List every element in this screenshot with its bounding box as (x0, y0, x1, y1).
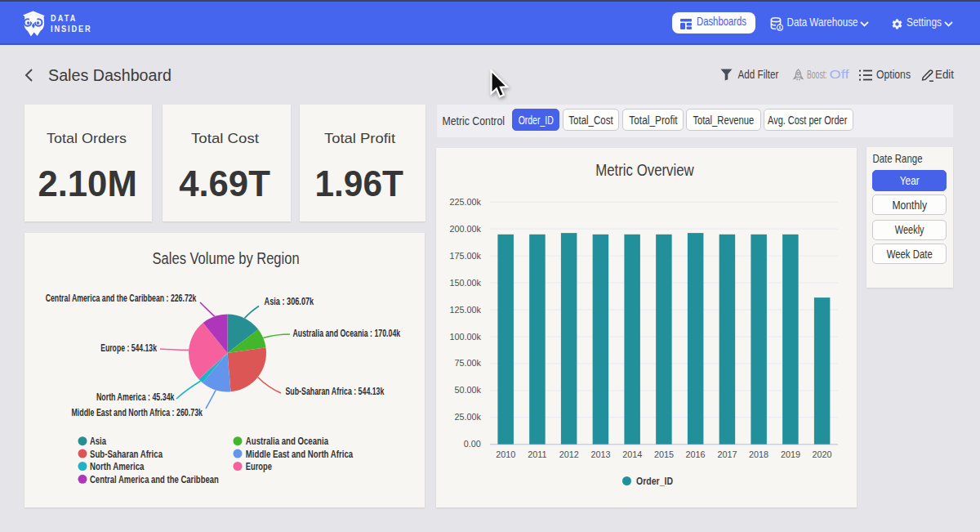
svg-text:Weekly: Weekly (895, 223, 924, 236)
svg-text:Boost:: Boost: (807, 68, 827, 81)
svg-text:Settings: Settings (906, 16, 942, 29)
svg-text:Total Cost: Total Cost (191, 131, 259, 146)
svg-text:Date Range: Date Range (873, 152, 923, 165)
svg-text:Week Date: Week Date (887, 248, 933, 261)
svg-text:Total Profit: Total Profit (324, 131, 395, 146)
svg-text:2.10M: 2.10M (38, 164, 136, 203)
svg-text:Order_ID: Order_ID (519, 114, 554, 127)
svg-text:Total_Revenue: Total_Revenue (693, 114, 754, 127)
svg-text:Total_Cost: Total_Cost (568, 114, 613, 127)
svg-text:Data Warehouse: Data Warehouse (787, 16, 858, 29)
svg-text:Avg. Cost per Order: Avg. Cost per Order (768, 114, 848, 127)
svg-text:4.69T: 4.69T (179, 164, 270, 203)
svg-text:Sales Dashboard: Sales Dashboard (48, 65, 172, 84)
svg-text:Total Orders: Total Orders (47, 131, 127, 146)
svg-text:Options: Options (876, 68, 911, 81)
svg-text:Dashboards: Dashboards (697, 15, 746, 28)
svg-text:Total_Profit: Total_Profit (629, 114, 677, 127)
svg-text:Monthly: Monthly (892, 199, 927, 212)
svg-text:Edit: Edit (935, 68, 954, 81)
svg-text:1.96T: 1.96T (315, 164, 404, 203)
svg-text:INSIDER: INSIDER (51, 25, 92, 34)
svg-text:Year: Year (900, 174, 920, 187)
svg-text:Add Filter: Add Filter (738, 68, 779, 81)
svg-text:Off: Off (830, 68, 849, 81)
svg-text:DATA: DATA (51, 14, 78, 23)
svg-text:Metric Control: Metric Control (443, 114, 506, 127)
